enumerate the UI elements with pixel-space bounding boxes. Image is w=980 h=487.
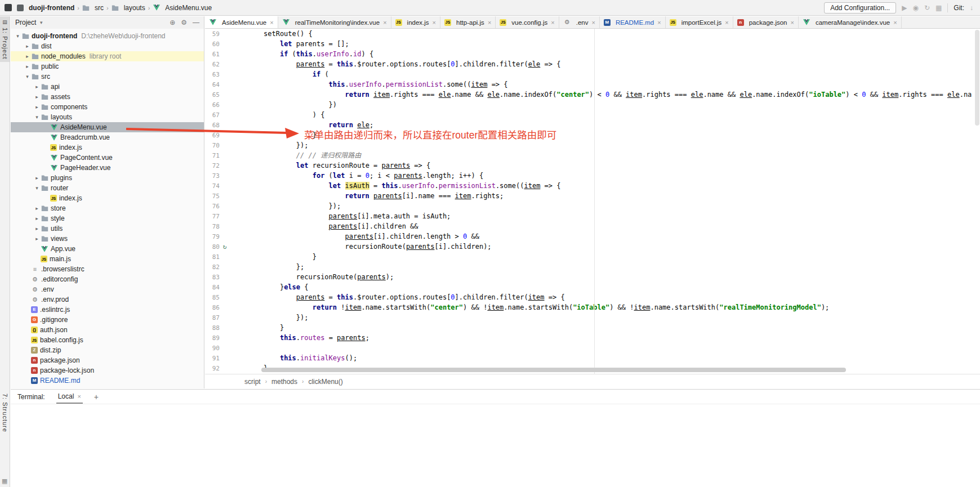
chevron-collapsed-icon[interactable]: ▸ bbox=[33, 175, 41, 181]
tree-item-env[interactable]: ⚙.env bbox=[11, 284, 204, 294]
tab-asidemenu-vue[interactable]: AsideMenu.vue× bbox=[205, 16, 278, 28]
tree-item-src[interactable]: ▾src bbox=[11, 72, 204, 82]
rerun-icon[interactable]: ↻ bbox=[924, 5, 930, 11]
chevron-expanded-icon[interactable]: ▾ bbox=[33, 185, 41, 191]
tree-item-asidemenu-vue[interactable]: AsideMenu.vue bbox=[11, 122, 204, 132]
chevron-collapsed-icon[interactable]: ▸ bbox=[33, 216, 41, 221]
close-icon[interactable]: × bbox=[77, 393, 81, 400]
tree-item-index-js[interactable]: JSindex.js bbox=[11, 193, 204, 203]
close-icon[interactable]: × bbox=[725, 19, 728, 26]
tree-item-readme-md[interactable]: MREADME.md bbox=[11, 376, 204, 386]
tree-item-package-json[interactable]: npackage.json bbox=[11, 355, 204, 365]
git-update-icon[interactable]: ↓ bbox=[970, 5, 973, 11]
tree-item-pagecontent-vue[interactable]: PageContent.vue bbox=[11, 153, 204, 163]
tree-item-main-js[interactable]: JSmain.js bbox=[11, 254, 204, 264]
tab-readme-md[interactable]: MREADME.md× bbox=[600, 16, 666, 28]
chevron-collapsed-icon[interactable]: ▸ bbox=[24, 53, 31, 59]
terminal-output[interactable] bbox=[11, 404, 980, 413]
tree-item-style[interactable]: ▸style bbox=[11, 213, 204, 224]
tree-item-dist-zip[interactable]: Zdist.zip bbox=[11, 345, 204, 355]
close-icon[interactable]: × bbox=[591, 19, 595, 26]
close-icon[interactable]: × bbox=[383, 19, 386, 26]
add-configuration-button[interactable]: Add Configuration... bbox=[824, 2, 896, 14]
settings-gear-icon[interactable]: ⚙ bbox=[181, 19, 187, 26]
tree-item-public[interactable]: ▸public bbox=[11, 61, 204, 72]
close-icon[interactable]: × bbox=[790, 19, 794, 26]
project-tool-button[interactable]: ▤ 1: Project bbox=[0, 16, 10, 62]
horizontal-scrollbar-thumb[interactable] bbox=[261, 368, 846, 372]
tab-importexcel-js[interactable]: JSimportExcel.js× bbox=[666, 16, 733, 28]
structure-tool-button[interactable]: 7: Structure bbox=[0, 391, 10, 435]
vertical-scrollbar-thumb[interactable] bbox=[975, 30, 979, 126]
tree-item-eslintrc-js[interactable]: E.eslintrc.js bbox=[11, 305, 204, 315]
tree-item-assets[interactable]: ▸assets bbox=[11, 92, 204, 102]
tree-item-breadcrumb-vue[interactable]: Breadcrumb.vue bbox=[11, 132, 204, 142]
tree-item-env-prod[interactable]: ⚙.env.prod bbox=[11, 294, 204, 305]
editor-breadcrumb-clickmenu[interactable]: clickMenu() bbox=[308, 378, 342, 386]
tab-http-api-js[interactable]: JShttp-api.js× bbox=[440, 16, 496, 28]
tree-item-auth-json[interactable]: {}auth.json bbox=[11, 325, 204, 335]
tree-item-plugins[interactable]: ▸plugins bbox=[11, 173, 204, 183]
tree-item-utils[interactable]: ▸utils bbox=[11, 224, 204, 234]
tree-item-router[interactable]: ▾router bbox=[11, 183, 204, 193]
tree-item-package-lock-json[interactable]: npackage-lock.json bbox=[11, 365, 204, 376]
chevron-expanded-icon[interactable]: ▾ bbox=[33, 114, 41, 120]
tab-env[interactable]: ⚙.env× bbox=[559, 16, 600, 28]
layout-grid-icon[interactable]: ▦ bbox=[936, 5, 942, 11]
close-icon[interactable]: × bbox=[488, 19, 491, 26]
chevron-collapsed-icon[interactable]: ▸ bbox=[33, 205, 41, 211]
window-corner-icon[interactable]: ▦ bbox=[2, 477, 7, 485]
chevron-collapsed-icon[interactable]: ▸ bbox=[24, 64, 31, 69]
close-icon[interactable]: × bbox=[893, 19, 897, 26]
close-icon[interactable]: × bbox=[433, 19, 436, 26]
tree-item-pageheader-vue[interactable]: PageHeader.vue bbox=[11, 163, 204, 173]
titlebar-crumb-duoji-frontend[interactable]: duoji-frontend bbox=[16, 4, 74, 12]
chevron-collapsed-icon[interactable]: ▸ bbox=[33, 236, 41, 242]
tab-cameramanage-index-vue[interactable]: cameraManage\index.vue× bbox=[799, 16, 902, 28]
tree-item-components[interactable]: ▸components bbox=[11, 102, 204, 112]
tree-item-layouts[interactable]: ▾layouts bbox=[11, 112, 204, 122]
chevron-collapsed-icon[interactable]: ▸ bbox=[33, 226, 41, 231]
horizontal-scrollbar[interactable] bbox=[261, 368, 971, 372]
tree-item-node-modules[interactable]: ▸node_moduleslibrary root bbox=[11, 51, 204, 61]
titlebar-crumb-asidemenu-vue[interactable]: AsideMenu.vue bbox=[153, 4, 212, 12]
tree-item-dist[interactable]: ▸dist bbox=[11, 41, 204, 51]
tab-index-js[interactable]: JSindex.js× bbox=[391, 16, 440, 28]
tab-vue-config-js[interactable]: JSvue.config.js× bbox=[496, 16, 559, 28]
close-icon[interactable]: × bbox=[270, 19, 273, 26]
project-view-selector[interactable]: Project bbox=[15, 19, 36, 26]
new-terminal-icon[interactable]: + bbox=[94, 392, 99, 401]
vertical-scrollbar[interactable] bbox=[974, 29, 979, 374]
tab-package-json[interactable]: npackage.json× bbox=[733, 16, 799, 28]
tree-item-babel-config-js[interactable]: JSbabel.config.js bbox=[11, 335, 204, 345]
close-icon[interactable]: × bbox=[657, 19, 661, 26]
editor-breadcrumb-script[interactable]: script bbox=[244, 378, 261, 386]
tree-item-api[interactable]: ▸api bbox=[11, 82, 204, 92]
debug-icon[interactable]: ◉ bbox=[912, 5, 918, 11]
tree-item-index-js[interactable]: JSindex.js bbox=[11, 142, 204, 153]
tree-item-duoji-frontend[interactable]: ▾duoji-frontendD:\zheheWeb\duoji-fronten… bbox=[11, 31, 204, 41]
run-icon[interactable]: ▶ bbox=[902, 5, 907, 11]
tree-item-app-vue[interactable]: App.vue bbox=[11, 244, 204, 254]
chevron-collapsed-icon[interactable]: ▸ bbox=[33, 104, 41, 110]
tab-realtimemonitoring-index-vue[interactable]: realTimeMonitoring\index.vue× bbox=[278, 16, 391, 28]
chevron-collapsed-icon[interactable]: ▸ bbox=[33, 84, 41, 90]
chevron-expanded-icon[interactable]: ▾ bbox=[14, 33, 21, 39]
code-area[interactable]: 59setRoute() {60 let parents = [];61 if … bbox=[205, 29, 980, 374]
recursion-icon[interactable]: ↻ bbox=[220, 242, 230, 252]
chevron-collapsed-icon[interactable]: ▸ bbox=[24, 43, 31, 49]
chevron-expanded-icon[interactable]: ▾ bbox=[24, 74, 31, 79]
tree-item-editorconfig[interactable]: ⚙.editorconfig bbox=[11, 274, 204, 284]
terminal-tab-local[interactable]: Local × bbox=[56, 390, 83, 404]
editor-breadcrumb-methods[interactable]: methods bbox=[271, 378, 297, 386]
titlebar-crumb-src[interactable]: src bbox=[82, 4, 104, 12]
close-icon[interactable]: × bbox=[551, 19, 554, 26]
chevron-collapsed-icon[interactable]: ▸ bbox=[33, 94, 41, 100]
tree-item-views[interactable]: ▸views bbox=[11, 234, 204, 244]
tree-item-store[interactable]: ▸store bbox=[11, 203, 204, 213]
locate-file-icon[interactable]: ⊕ bbox=[170, 19, 175, 26]
titlebar-crumb-layouts[interactable]: layouts bbox=[112, 4, 145, 12]
hide-panel-icon[interactable]: — bbox=[193, 19, 199, 26]
tree-item-gitignore[interactable]: G.gitignore bbox=[11, 315, 204, 325]
tree-item-browserslistrc[interactable]: ≡.browserslistrc bbox=[11, 264, 204, 274]
